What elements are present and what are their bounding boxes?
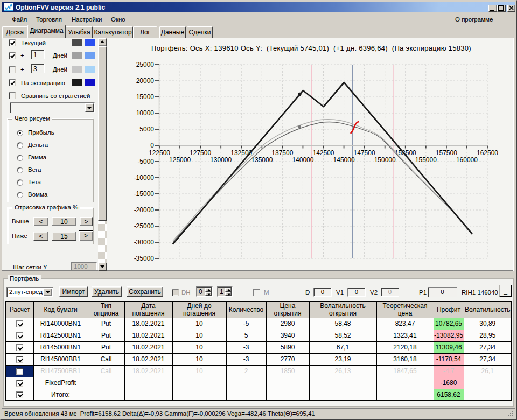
svg-text:15000: 15000 [136, 93, 155, 101]
svg-text:142500: 142500 [312, 149, 334, 157]
svg-text:162500: 162500 [477, 149, 498, 157]
svg-text:-15000: -15000 [134, 190, 155, 198]
svg-text:-5000: -5000 [137, 158, 154, 165]
svg-text:10000: 10000 [136, 109, 155, 117]
svg-text:157500: 157500 [436, 149, 457, 157]
svg-text:137500: 137500 [271, 149, 293, 157]
svg-text:-20000: -20000 [134, 206, 155, 214]
svg-text:25000: 25000 [136, 61, 155, 68]
svg-text:130000: 130000 [210, 156, 232, 164]
svg-text:140000: 140000 [292, 156, 313, 164]
svg-text:-25000: -25000 [134, 222, 155, 230]
svg-text:127500: 127500 [190, 149, 211, 157]
svg-text:-30000: -30000 [134, 239, 155, 246]
svg-text:-35000: -35000 [134, 255, 155, 262]
svg-text:Портфель: Ось X: 139610 Ось Y:: Портфель: Ось X: 139610 Ось Y: (Текущий … [151, 44, 471, 52]
svg-text:160000: 160000 [456, 156, 478, 164]
svg-text:0: 0 [150, 142, 154, 149]
svg-text:125000: 125000 [169, 156, 191, 164]
svg-text:145000: 145000 [333, 156, 355, 164]
svg-text:5000: 5000 [139, 125, 154, 133]
svg-text:155000: 155000 [415, 156, 437, 164]
svg-text:135000: 135000 [251, 156, 273, 164]
svg-text:147500: 147500 [354, 149, 375, 157]
svg-text:150000: 150000 [374, 156, 396, 164]
svg-text:20000: 20000 [136, 77, 155, 85]
svg-text:-10000: -10000 [134, 174, 155, 181]
svg-text:122500: 122500 [149, 149, 170, 157]
